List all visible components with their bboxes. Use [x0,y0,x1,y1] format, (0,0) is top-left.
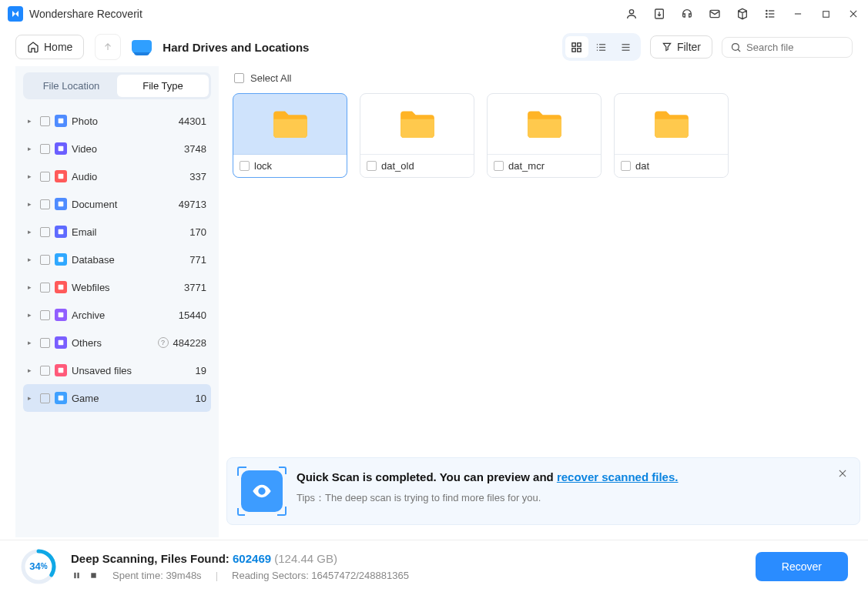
scan-status: Deep Scanning, Files Found: 602469 (124.… [71,552,409,565]
category-label: Archive [72,309,174,321]
filter-icon [662,42,672,52]
svg-point-0 [629,10,633,14]
home-button[interactable]: Home [15,35,84,59]
mail-icon[interactable] [708,7,722,21]
app-icon [8,6,23,22]
category-document[interactable]: ▸Document49713 [23,190,211,218]
cube-icon[interactable] [736,7,749,21]
category-checkbox[interactable] [40,338,50,348]
tab-file-type[interactable]: File Type [117,75,209,97]
search-icon [730,42,742,53]
category-unsaved-files[interactable]: ▸Unsaved files19 [23,356,211,384]
up-button[interactable] [95,34,121,60]
category-icon [55,392,67,404]
category-label: Email [72,226,185,238]
folder-card[interactable]: dat_mcr [487,93,602,178]
svg-rect-34 [59,285,64,290]
category-email[interactable]: ▸Email170 [23,218,211,246]
pause-button[interactable] [71,570,82,580]
category-checkbox[interactable] [40,227,50,237]
category-checkbox[interactable] [40,393,50,403]
category-icon [55,226,67,238]
category-label: Photo [72,115,174,127]
close-icon[interactable] [846,7,860,21]
folder-checkbox[interactable] [494,161,504,171]
select-all-checkbox[interactable] [234,73,244,83]
view-grid-button[interactable] [565,36,588,58]
view-details-button[interactable] [590,36,613,58]
category-checkbox[interactable] [40,310,50,320]
view-switcher [562,33,641,61]
category-webfiles[interactable]: ▸Webfiles3771 [23,273,211,301]
svg-rect-14 [578,42,581,45]
category-label: Audio [72,171,185,182]
svg-rect-13 [572,42,575,45]
export-icon[interactable] [652,7,666,21]
category-list: ▸Photo44301▸Video3748▸Audio337▸Document4… [23,107,211,412]
category-checkbox[interactable] [40,255,50,265]
help-icon[interactable]: ? [158,337,169,348]
category-database[interactable]: ▸Database771 [23,246,211,273]
svg-rect-37 [59,368,64,373]
folder-checkbox[interactable] [240,161,250,171]
folder-name: dat_mcr [508,160,545,172]
category-game[interactable]: ▸Game10 [23,384,211,412]
select-all-row[interactable]: Select All [234,72,854,84]
category-icon [55,142,67,155]
category-label: Game [72,393,191,404]
chevron-right-icon: ▸ [28,117,35,125]
chevron-right-icon: ▸ [28,283,35,291]
recover-files-link[interactable]: recover scanned files. [557,470,679,483]
notice-title: Quick Scan is completed. You can preview… [297,470,846,483]
filter-button[interactable]: Filter [650,35,712,59]
category-others[interactable]: ▸Others?484228 [23,329,211,356]
recover-button[interactable]: Recover [756,552,848,581]
folder-name: lock [254,160,272,172]
minimize-icon[interactable] [791,7,805,21]
category-video[interactable]: ▸Video3748 [23,135,211,162]
folder-icon [488,94,601,154]
notice-close-button[interactable] [835,466,850,481]
category-icon [55,198,67,210]
close-icon [837,468,848,479]
category-icon [55,364,67,376]
category-checkbox[interactable] [40,172,50,182]
category-archive[interactable]: ▸Archive15440 [23,301,211,329]
search-box[interactable] [722,37,853,58]
category-audio[interactable]: ▸Audio337 [23,162,211,190]
progress-percent: 34% [20,548,57,585]
folder-card[interactable]: lock [233,93,347,178]
category-checkbox[interactable] [40,366,50,376]
category-icon [55,115,67,127]
svg-rect-35 [59,313,64,318]
category-icon [55,253,67,266]
maximize-icon[interactable] [819,7,833,21]
category-checkbox[interactable] [40,116,50,126]
chevron-right-icon: ▸ [28,366,35,374]
folder-card[interactable]: dat_old [360,93,474,178]
category-checkbox[interactable] [40,283,50,293]
folder-card[interactable]: dat [614,93,729,178]
category-photo[interactable]: ▸Photo44301 [23,107,211,135]
category-checkbox[interactable] [40,144,50,154]
folder-icon [360,94,474,154]
folder-checkbox[interactable] [621,161,631,171]
menu-icon[interactable] [763,7,777,21]
folder-checkbox[interactable] [367,161,377,171]
content: Select All lockdat_olddat_mcrdat Quick S… [219,66,868,537]
notice-tips: Tips：The deep scan is trying to find mor… [297,491,846,505]
tab-file-location[interactable]: File Location [25,75,117,97]
view-list-button[interactable] [615,36,638,58]
folder-name: dat [635,160,649,172]
support-icon[interactable] [680,7,694,21]
chevron-right-icon: ▸ [28,200,35,208]
search-input[interactable] [746,42,839,53]
chevron-right-icon: ▸ [28,311,35,319]
chevron-right-icon: ▸ [28,228,35,236]
stop-button[interactable] [88,570,99,580]
category-count: 44301 [179,115,206,127]
category-checkbox[interactable] [40,199,50,209]
breadcrumb: Hard Drives and Locations [163,41,309,54]
account-icon[interactable] [625,7,638,21]
main: File Location File Type ▸Photo44301▸Vide… [0,66,868,537]
